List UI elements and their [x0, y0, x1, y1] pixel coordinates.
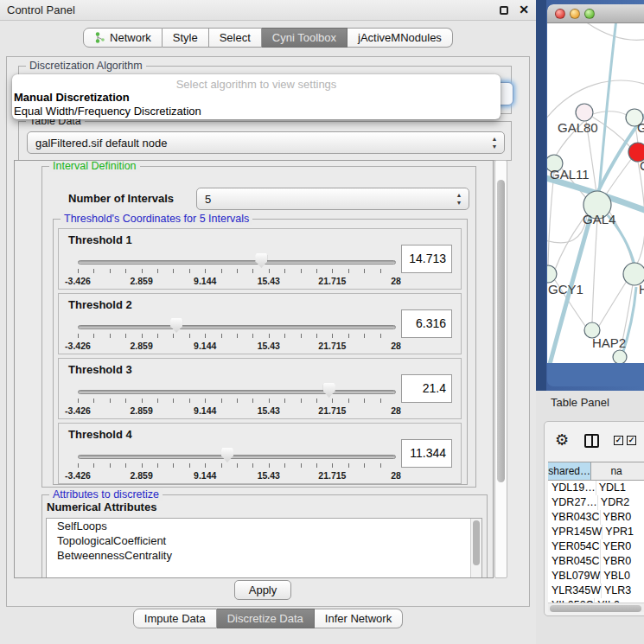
- tab-impute-data[interactable]: Impute Data: [133, 609, 217, 628]
- table-row[interactable]: YER054CYER0: [548, 539, 644, 554]
- option-equal-width-frequency[interactable]: Equal Width/Frequency Discretization: [14, 105, 201, 118]
- slider-track: [78, 390, 396, 394]
- table-row[interactable]: YBL079WYBL0: [548, 569, 644, 583]
- number-of-intervals-combobox[interactable]: 5 ▲▼: [196, 188, 469, 210]
- apply-button[interactable]: Apply: [234, 580, 291, 600]
- tab-jactivemnodules[interactable]: jActiveMNodules: [348, 28, 453, 48]
- threshold-2-panel: Threshold 2 -3.426 2.859 9.144 15.43: [58, 293, 462, 354]
- threshold-3-slider[interactable]: -3.426 2.859 9.144 15.43 21.715 28: [78, 383, 396, 418]
- column-header-name[interactable]: na: [591, 462, 644, 480]
- table-row[interactable]: YDR27…YDR2: [548, 495, 644, 510]
- table-data-combobox[interactable]: galFiltered.sif default node ▲▼: [27, 131, 505, 154]
- threshold-1-value-field[interactable]: 14.713: [401, 245, 452, 273]
- screen: Control Panel ✕ Network Style Select Cyn…: [0, 0, 644, 644]
- tab-cyni-toolbox[interactable]: Cyni Toolbox: [262, 28, 348, 48]
- node-table: shared… na YDL19…YDL1 YDR27…YDR2 YBR043C…: [548, 462, 644, 603]
- slider-track: [78, 260, 396, 265]
- threshold-4-slider[interactable]: -3.426 2.859 9.144 15.43 21.715 28: [78, 448, 396, 482]
- threshold-3-panel: Threshold 3 -3.426 2.859 9.144 15.43: [58, 358, 462, 419]
- node-label-partial-c: C: [640, 158, 644, 173]
- slider-thumb[interactable]: [170, 318, 182, 333]
- settings-vertical-scrollbar[interactable]: [494, 160, 507, 578]
- number-of-intervals-label: Number of Intervals: [68, 192, 174, 205]
- cyni-content: Discretization Algorithm Select algorith…: [6, 56, 530, 607]
- column-header-shared-name[interactable]: shared…: [548, 462, 591, 480]
- node-label-partial-g: G: [637, 120, 644, 135]
- stepper-icon: ▲▼: [455, 191, 463, 207]
- option-manual-discretization[interactable]: Manual Discretization: [14, 91, 130, 104]
- node-label-gal80: GAL80: [558, 120, 598, 135]
- attributes-group: Attributes to discretize Numerical Attri…: [41, 494, 488, 578]
- table-row[interactable]: YDL19…YDL1: [548, 481, 644, 495]
- scrollbar-thumb[interactable]: [550, 605, 641, 612]
- threshold-2-slider[interactable]: -3.426 2.859 9.144 15.43 21.715 28: [78, 318, 396, 353]
- network-window-titlebar[interactable]: [547, 4, 644, 23]
- network-canvas[interactable]: GAL80 G C GAL11 GAL4 GCY1 H HAP2: [547, 23, 644, 363]
- tab-infer-network[interactable]: Infer Network: [315, 609, 403, 628]
- table-header-row: shared… na: [548, 462, 644, 481]
- tab-select[interactable]: Select: [209, 28, 262, 48]
- list-item-selfloops[interactable]: SelfLoops: [47, 519, 481, 533]
- node-gal80: [576, 104, 593, 121]
- split-columns-icon[interactable]: [584, 434, 599, 448]
- close-traffic-light[interactable]: [555, 9, 565, 19]
- table-panel-toolbar: ⚙ ✓ ✓: [545, 429, 644, 455]
- slider-thumb[interactable]: [255, 253, 267, 268]
- attributes-group-label: Attributes to discretize: [49, 488, 163, 501]
- threshold-3-value-field[interactable]: 21.4: [401, 374, 452, 403]
- numerical-attributes-label: Numerical Attributes: [47, 501, 156, 513]
- threshold-2-value-field[interactable]: 6.316: [401, 309, 452, 338]
- table-row[interactable]: YBR045CYBR0: [548, 554, 644, 569]
- panel-title: Control Panel: [7, 0, 75, 21]
- table-row[interactable]: YLR345WYLR3: [548, 583, 644, 598]
- slider-thumb[interactable]: [323, 383, 335, 398]
- checkbox-icon[interactable]: ✓: [627, 436, 636, 445]
- list-item-topologicalcoefficient[interactable]: TopologicalCoefficient: [47, 533, 481, 548]
- interval-definition-group: Interval Definition Number of Intervals …: [41, 166, 476, 488]
- thresholds-group-label: Threshold's Coordinates for 5 Intervals: [61, 213, 252, 225]
- slider-ticks: [78, 463, 396, 468]
- node-bottom: [613, 350, 627, 363]
- top-tab-bar: Network Style Select Cyni Toolbox jActiv…: [0, 28, 536, 48]
- threshold-4-value-field[interactable]: 11.344: [401, 439, 452, 468]
- numerical-attributes-list: SelfLoops TopologicalCoefficient Between…: [46, 518, 482, 578]
- slider-track: [78, 455, 396, 459]
- table-panel-title: Table Panel: [551, 396, 609, 409]
- threshold-1-slider[interactable]: -3.426 2.859 9.144 15.43 21.715 28: [78, 253, 396, 288]
- scrollbar-thumb[interactable]: [497, 180, 505, 482]
- close-icon[interactable]: ✕: [519, 3, 529, 16]
- table-horizontal-scrollbar[interactable]: [548, 603, 644, 612]
- node-label-gal4: GAL4: [583, 212, 615, 226]
- table-panel: ⚙ ✓ ✓ shared… na YDL19…YDL1 YDR27…YDR2 Y…: [544, 421, 644, 616]
- algorithm-prompt: Select algorithm to view settings: [12, 78, 501, 91]
- cytoscape-desktop: GAL80 G C GAL11 GAL4 GCY1 H HAP2: [536, 0, 644, 391]
- discretization-algorithm-label: Discretization Algorithm: [26, 60, 146, 72]
- algorithm-dropdown-popup: Select algorithm to view settings Manual…: [12, 74, 501, 119]
- table-row[interactable]: YPR145WYPR1: [548, 525, 644, 539]
- table-row[interactable]: YBR043CYBR0: [548, 510, 644, 525]
- gear-icon[interactable]: ⚙: [555, 430, 569, 450]
- node-label-gcy1: GCY1: [548, 282, 583, 296]
- table-data-group: Table Data galFiltered.sif default node …: [18, 121, 512, 161]
- threshold-1-panel: Threshold 1 -3.426 2.859 9.144 15.43: [58, 228, 462, 290]
- node-label-hap2: HAP2: [592, 335, 626, 350]
- thresholds-group: Threshold's Coordinates for 5 Intervals …: [53, 219, 468, 485]
- slider-thumb[interactable]: [221, 448, 233, 462]
- network-view-window: GAL80 G C GAL11 GAL4 GCY1 H HAP2: [547, 4, 644, 386]
- zoom-traffic-light[interactable]: [584, 9, 595, 19]
- tab-style[interactable]: Style: [163, 28, 209, 48]
- slider-track: [78, 325, 396, 329]
- right-panel: GAL80 G C GAL11 GAL4 GCY1 H HAP2 Table P…: [536, 0, 644, 644]
- minimize-traffic-light[interactable]: [570, 9, 580, 19]
- bottom-tab-bar: Impute Data Discretize Data Infer Networ…: [0, 609, 536, 628]
- tab-network[interactable]: Network: [83, 28, 163, 48]
- list-scrollbar[interactable]: [470, 519, 481, 578]
- list-item-betweennesscentrality[interactable]: BetweennessCentrality: [47, 548, 481, 563]
- tab-discretize-data[interactable]: Discretize Data: [217, 609, 315, 628]
- checkbox-icon[interactable]: ✓: [614, 436, 623, 445]
- slider-ticks: [78, 334, 396, 338]
- float-window-icon[interactable]: [500, 6, 508, 15]
- threshold-4-panel: Threshold 4 -3.426 2.859 9.144 15.43: [58, 423, 462, 484]
- list-scrollbar-thumb[interactable]: [473, 520, 480, 565]
- network-icon: [94, 32, 105, 43]
